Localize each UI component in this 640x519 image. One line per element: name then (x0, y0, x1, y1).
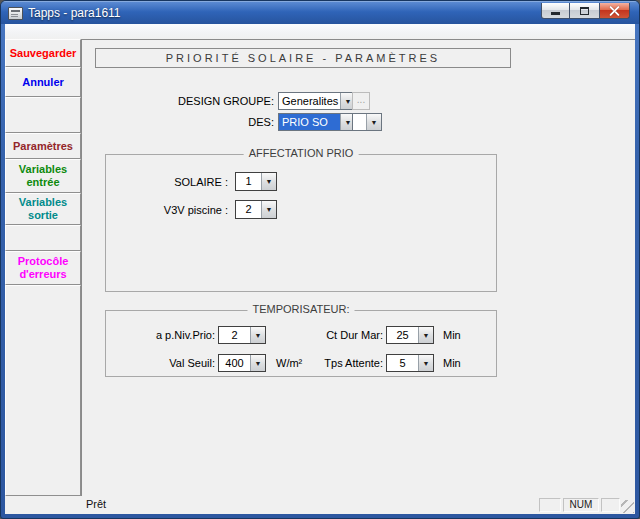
des-label: DES: (182, 116, 274, 128)
sidebar-spacer (5, 225, 81, 251)
tps-attente-value: 5 (387, 355, 418, 371)
affectation-prio-title: AFFECTATION PRIO (244, 147, 359, 159)
sidebar-button-parametres[interactable]: Paramètres (5, 133, 81, 159)
v3v-piscine-combobox[interactable]: 2 ▼ (235, 200, 277, 219)
des-secondary-value (353, 114, 366, 130)
client-area: Sauvegarder Annuler Paramètres Variables… (5, 24, 635, 514)
ct-dur-mar-label: Ct Dur Mar: (279, 329, 383, 341)
v3v-piscine-label: V3V piscine : (116, 204, 228, 216)
niv-prio-value: 2 (219, 327, 250, 343)
design-groupe-value: Generalites (279, 93, 340, 109)
sidebar-spacer (5, 97, 81, 133)
resize-grip-icon[interactable] (621, 500, 634, 513)
page-title: PRIORITÉ SOLAIRE - PARAMÈTRES (95, 48, 511, 68)
num-lock-indicator: NUM (563, 498, 599, 512)
maximize-button[interactable] (570, 3, 599, 19)
design-groupe-label: DESIGN GROUPE: (102, 95, 274, 107)
status-cell (601, 498, 620, 512)
sidebar-button-sauvegarder[interactable]: Sauvegarder (5, 39, 81, 67)
sidebar-button-variables-sortie[interactable]: Variables sortie (5, 193, 81, 225)
val-seuil-value: 400 (219, 355, 250, 371)
chevron-down-icon[interactable]: ▼ (418, 355, 433, 371)
status-bar: Prêt NUM (5, 496, 635, 514)
affectation-prio-groupbox: AFFECTATION PRIO SOLAIRE : 1 ▼ V3V pisci… (105, 154, 497, 292)
solaire-label: SOLAIRE : (116, 176, 228, 188)
chevron-down-icon[interactable]: ▼ (261, 173, 276, 190)
minimize-button[interactable] (541, 3, 570, 19)
val-seuil-label: Val Seuil: (111, 357, 215, 369)
tps-attente-combobox[interactable]: 5 ▼ (386, 354, 434, 372)
window-title: Tapps - para1611 (28, 6, 121, 20)
maximize-icon (580, 7, 589, 15)
window-controls (541, 3, 630, 19)
tps-attente-unit: Min (443, 357, 461, 369)
close-icon (609, 5, 620, 16)
chevron-down-icon[interactable]: ▼ (250, 327, 265, 343)
v3v-piscine-value: 2 (236, 201, 261, 218)
ct-dur-mar-unit: Min (443, 329, 461, 341)
titlebar[interactable]: Tapps - para1611 (1, 1, 639, 24)
des-value: PRIO SO (279, 114, 340, 130)
sidebar-spacer (5, 285, 81, 496)
minimize-icon (551, 12, 560, 15)
chevron-down-icon[interactable]: ▼ (250, 355, 265, 371)
close-button[interactable] (599, 3, 630, 19)
temporisateur-title: TEMPORISATEUR: (248, 303, 355, 315)
sidebar-button-annuler[interactable]: Annuler (5, 67, 81, 97)
niv-prio-label: a p.Niv.Prio: (111, 329, 215, 341)
temporisateur-groupbox: TEMPORISATEUR: a p.Niv.Prio: 2 ▼ Ct Dur … (105, 310, 497, 377)
app-window: Tapps - para1611 Sauvegarder Annuler Par… (0, 0, 640, 519)
chevron-down-icon[interactable]: ▼ (261, 201, 276, 218)
app-icon (8, 7, 23, 20)
des-combobox[interactable]: PRIO SO ▼ (278, 113, 356, 131)
niv-prio-combobox[interactable]: 2 ▼ (218, 326, 266, 344)
ct-dur-mar-value: 25 (387, 327, 418, 343)
sidebar-button-protocole-erreurs[interactable]: Protocôle d'erreurs (5, 251, 81, 285)
des-secondary-combobox[interactable]: ▼ (352, 113, 382, 131)
chevron-down-icon[interactable]: ▼ (418, 327, 433, 343)
solaire-value: 1 (236, 173, 261, 190)
val-seuil-combobox[interactable]: 400 ▼ (218, 354, 266, 372)
main-panel: PRIORITÉ SOLAIRE - PARAMÈTRES DESIGN GRO… (81, 39, 635, 496)
browse-button[interactable]: ... (352, 92, 370, 110)
status-cell (539, 498, 561, 512)
design-groupe-combobox[interactable]: Generalites ▼ (278, 92, 356, 110)
status-text: Prêt (86, 498, 106, 510)
sidebar: Sauvegarder Annuler Paramètres Variables… (5, 39, 81, 496)
sidebar-button-variables-entree[interactable]: Variables entrée (5, 159, 81, 193)
tps-attente-label: Tps Attente: (279, 357, 383, 369)
chevron-down-icon[interactable]: ▼ (366, 114, 381, 130)
top-strip (5, 24, 635, 39)
solaire-combobox[interactable]: 1 ▼ (235, 172, 277, 191)
ct-dur-mar-combobox[interactable]: 25 ▼ (386, 326, 434, 344)
